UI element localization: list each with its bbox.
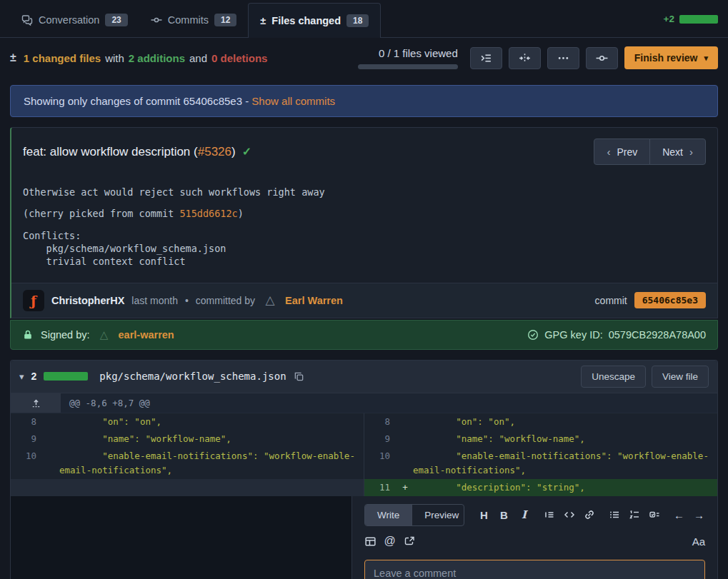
old-code-line: "on": "on", bbox=[59, 413, 364, 431]
ordered-list-icon[interactable] bbox=[628, 509, 640, 521]
commit-detail-box: feat: allow workflow description (#5326)… bbox=[10, 127, 718, 318]
diff-new-side: 10 "enable-email-notifications": "workfl… bbox=[364, 448, 717, 479]
commit-message-line: Otherwise act would reject such workflow… bbox=[23, 186, 706, 198]
summary-and: and bbox=[189, 52, 207, 64]
added-line-marker: + bbox=[397, 479, 413, 496]
cherry-pick-sha-link[interactable]: 515dd6612c bbox=[179, 208, 237, 219]
inline-comment-form: Write Preview H B I bbox=[351, 496, 717, 579]
committer-avatar[interactable]: △ bbox=[262, 293, 278, 308]
mention-icon[interactable]: @ bbox=[384, 535, 396, 548]
tab-commits[interactable]: Commits 12 bbox=[139, 3, 249, 37]
pr-diffstat: +2 bbox=[664, 14, 718, 37]
split-view-toggle-button[interactable] bbox=[509, 47, 541, 69]
diff-options-button[interactable] bbox=[547, 47, 579, 69]
commit-status-check-icon[interactable]: ✓ bbox=[242, 145, 251, 158]
copy-path-icon[interactable] bbox=[294, 371, 304, 382]
diff-new-side: 11 + "description": "string", bbox=[364, 479, 717, 496]
unescape-button[interactable]: Unescape bbox=[581, 366, 646, 388]
heading-icon[interactable]: H bbox=[478, 509, 490, 521]
gpg-key-group: GPG key ID: 0579CB2928A78A00 bbox=[527, 329, 706, 341]
indent-list-icon bbox=[480, 52, 492, 64]
diff-new-side: 8 "on": "on", bbox=[364, 413, 717, 431]
commit-sha-badge[interactable]: 65406c85e3 bbox=[634, 292, 706, 308]
task-list-icon[interactable] bbox=[648, 509, 660, 521]
changed-files-count[interactable]: 1 changed files bbox=[24, 52, 101, 64]
write-tab[interactable]: Write bbox=[365, 505, 412, 525]
committed-by-label: committed by bbox=[196, 295, 255, 306]
tab-files-changed[interactable]: ± Files changed 18 bbox=[248, 3, 381, 38]
file-actions-group: Unescape View file bbox=[581, 366, 709, 388]
finish-review-button[interactable]: Finish review ▾ bbox=[624, 46, 718, 69]
old-line-number[interactable]: 10 bbox=[11, 448, 44, 479]
text-size-toggle[interactable]: Aa bbox=[692, 535, 705, 548]
author-name[interactable]: ChristopherHX bbox=[51, 295, 124, 306]
conflicts-block: Conflicts: pkg/schema/workflow_schema.js… bbox=[23, 229, 706, 268]
editor-mode-tabs: Write Preview bbox=[364, 504, 464, 526]
prev-commit-button[interactable]: ‹ Prev bbox=[594, 139, 650, 165]
gpg-key-label: GPG key ID: bbox=[544, 329, 602, 341]
redo-icon[interactable]: → bbox=[693, 509, 705, 521]
collapse-file-chevron-icon[interactable]: ▾ bbox=[19, 371, 24, 382]
comment-textarea[interactable] bbox=[364, 560, 705, 579]
verified-badge-icon bbox=[527, 329, 539, 341]
quote-icon[interactable] bbox=[543, 509, 555, 521]
show-all-commits-link[interactable]: Show all commits bbox=[251, 95, 335, 107]
commit-select-button[interactable] bbox=[586, 47, 618, 69]
table-icon[interactable] bbox=[364, 535, 377, 548]
pull-request-files-page: Conversation 23 Commits 12 ± Files chang… bbox=[0, 0, 728, 579]
link-icon[interactable] bbox=[583, 509, 595, 521]
unordered-list-icon[interactable] bbox=[608, 509, 620, 521]
committer-name[interactable]: Earl Warren bbox=[285, 295, 343, 306]
cherry-pick-line: (cherry picked from commit 515dd6612c) bbox=[23, 208, 706, 219]
prev-label: Prev bbox=[617, 146, 637, 158]
italic-icon[interactable]: I bbox=[518, 509, 530, 521]
chevron-right-icon: › bbox=[689, 146, 693, 158]
bold-icon[interactable]: B bbox=[498, 509, 510, 521]
expand-up-icon bbox=[31, 398, 41, 408]
conversation-icon bbox=[21, 14, 33, 26]
signer-name-link[interactable]: earl-warren bbox=[119, 329, 174, 341]
split-diff-icon bbox=[519, 52, 531, 64]
new-line-number[interactable]: 9 bbox=[364, 431, 397, 448]
diffstat-bar bbox=[679, 15, 718, 24]
expand-hunk-button[interactable] bbox=[11, 393, 61, 413]
banner-text: Showing only changes of commit 65406c85e… bbox=[24, 95, 251, 107]
signer-avatar[interactable]: △ bbox=[97, 328, 111, 342]
editor-toolbar-row2: @ Aa bbox=[364, 535, 705, 548]
view-file-button[interactable]: View file bbox=[652, 366, 709, 388]
chevron-left-icon: ‹ bbox=[607, 146, 610, 158]
preview-tab[interactable]: Preview bbox=[412, 505, 464, 525]
diff-marker bbox=[397, 448, 413, 479]
tab-commits-label: Commits bbox=[168, 14, 209, 26]
diff-toolbar-row: ± 1 changed files with 2 additions and 0… bbox=[0, 38, 728, 76]
commit-filter-banner: Showing only changes of commit 65406c85e… bbox=[10, 85, 718, 117]
changed-files-summary: ± 1 changed files with 2 additions and 0… bbox=[10, 51, 267, 64]
old-line-number[interactable]: 8 bbox=[11, 413, 44, 431]
additions-count: 2 additions bbox=[129, 52, 185, 64]
file-name[interactable]: pkg/schema/workflow_schema.json bbox=[99, 371, 286, 382]
diff-new-side: 9 "name": "workflow-name", bbox=[364, 431, 717, 448]
tab-conversation[interactable]: Conversation 23 bbox=[10, 3, 139, 37]
undo-icon[interactable]: ← bbox=[673, 509, 685, 521]
diff-marker bbox=[44, 431, 59, 448]
commit-title-text: feat: allow workflow description ( bbox=[23, 145, 198, 158]
reference-icon[interactable] bbox=[403, 535, 415, 548]
next-commit-button[interactable]: Next › bbox=[649, 139, 706, 165]
inline-comment-row: Write Preview H B I bbox=[11, 496, 717, 579]
new-code-line: "description": "string", bbox=[413, 479, 717, 496]
author-avatar[interactable]: ƒ bbox=[23, 290, 44, 311]
commit-nav-group: ‹ Prev Next › bbox=[594, 139, 706, 165]
diff-marker bbox=[44, 448, 59, 479]
diff-marker bbox=[397, 431, 413, 448]
new-line-number[interactable]: 11 bbox=[364, 479, 397, 496]
deletions-count: 0 deletions bbox=[211, 52, 267, 64]
issue-reference-link[interactable]: #5326 bbox=[198, 145, 231, 158]
tab-conversation-label: Conversation bbox=[39, 14, 99, 26]
new-code-line: "enable-email-notifications": "workflow-… bbox=[413, 448, 717, 479]
new-line-number[interactable]: 10 bbox=[364, 448, 397, 479]
review-settings-button[interactable] bbox=[470, 47, 502, 69]
old-line-number[interactable]: 9 bbox=[11, 431, 44, 448]
commit-header: feat: allow workflow description (#5326)… bbox=[11, 128, 717, 169]
new-line-number[interactable]: 8 bbox=[364, 413, 397, 431]
code-icon[interactable] bbox=[563, 509, 575, 521]
